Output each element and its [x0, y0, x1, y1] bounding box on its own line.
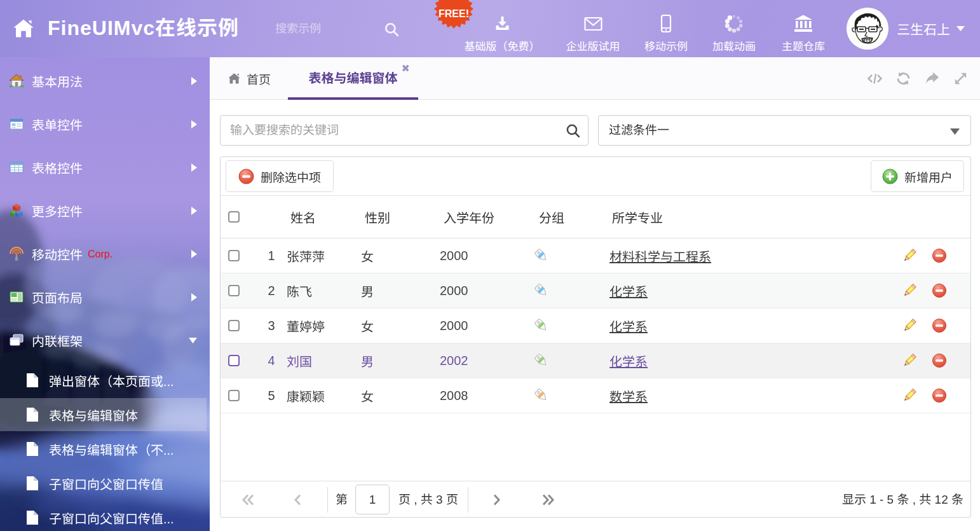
major-link[interactable]: 材料科学与工程系: [609, 250, 711, 264]
nav-item-label: 主题仓库: [782, 38, 825, 53]
edit-pencil-icon[interactable]: [902, 353, 917, 368]
column-header-name[interactable]: 姓名: [280, 208, 355, 226]
home-tab-icon: [228, 72, 241, 85]
sidebar-item-grid-controls[interactable]: 表格控件: [0, 146, 210, 189]
source-code-icon[interactable]: [867, 71, 883, 86]
delete-row-icon[interactable]: [932, 318, 947, 333]
edit-pencil-icon[interactable]: [902, 388, 917, 403]
table-row[interactable]: 1 张萍萍 女 2000 材料科学与工程系: [221, 238, 970, 273]
menu-item-label: 表单控件: [32, 115, 83, 134]
prev-page-icon[interactable]: [290, 492, 306, 507]
table-icon: [9, 160, 24, 175]
nav-basic-edition[interactable]: 基础版（免费）: [465, 13, 540, 53]
nav-loading-animation[interactable]: 加载动画: [712, 13, 756, 53]
sidebar-item-form-controls[interactable]: 表单控件: [0, 102, 210, 146]
app-header: FineUIMvc在线示例 FREE! 基础版（免费） 企业版试用 移动示例 加…: [0, 0, 980, 57]
table-row[interactable]: 5 康颖颖 女 2008 数学系: [221, 378, 970, 413]
edit-pencil-icon[interactable]: [902, 283, 917, 298]
menu-item-label: 移动控件: [32, 245, 83, 263]
header-search-icon[interactable]: [383, 21, 400, 38]
search-icon[interactable]: [565, 123, 581, 139]
tab-home-label: 首页: [247, 70, 271, 87]
chevron-right-icon: [191, 207, 197, 215]
form-icon: [9, 116, 24, 132]
table-row[interactable]: 3 董婷婷 女 2000 化学系: [221, 308, 970, 343]
menu-item-label: 表格控件: [32, 158, 83, 177]
delete-row-icon[interactable]: [932, 353, 947, 368]
tab-home[interactable]: 首页: [228, 57, 271, 100]
page-number-input[interactable]: [355, 485, 390, 514]
delete-row-icon[interactable]: [932, 248, 947, 263]
refresh-icon[interactable]: [895, 71, 911, 86]
major-link[interactable]: 化学系: [609, 355, 648, 369]
table-row[interactable]: 4 刘国 男 2002 化学系: [221, 343, 970, 378]
user-menu[interactable]: 三生石上: [847, 8, 965, 50]
next-page-icon[interactable]: [489, 492, 504, 507]
remove-circle-icon: [238, 169, 254, 184]
submenu-item-grid-edit-window[interactable]: 表格与编辑窗体: [0, 397, 210, 432]
pager-page-prefix: 第: [336, 481, 348, 518]
sidebar-item-basic-usage[interactable]: 基本用法: [0, 59, 210, 102]
submenu-item-grid-edit-window-2[interactable]: 表格与编辑窗体（不...: [0, 432, 210, 466]
column-header-major[interactable]: 所学专业: [602, 208, 894, 226]
table-row[interactable]: 2 陈飞 男 2000 化学系: [221, 273, 970, 308]
delete-row-icon[interactable]: [932, 388, 947, 403]
submenu-item-child-to-parent-2[interactable]: 子窗口向父窗口传值...: [0, 500, 210, 531]
header-search-input[interactable]: [275, 16, 377, 41]
group-cell: [529, 317, 602, 334]
keyword-search-input[interactable]: [220, 115, 589, 146]
cubes-icon: [9, 203, 24, 218]
mobile-icon: [656, 13, 676, 34]
share-icon[interactable]: [924, 71, 940, 86]
sidebar-item-iframe[interactable]: 内联框架: [0, 319, 210, 362]
submenu-item-label: 表格与编辑窗体（不...: [49, 440, 174, 459]
first-page-icon[interactable]: [241, 492, 256, 507]
nav-item-label: 基础版（免费）: [465, 38, 540, 53]
add-user-button[interactable]: 新增用户: [871, 160, 964, 192]
submenu-item-child-to-parent[interactable]: 子窗口向父窗口传值: [0, 466, 210, 500]
add-circle-icon: [882, 169, 898, 184]
row-number: 2: [262, 284, 280, 298]
logo-home-icon[interactable]: [12, 17, 35, 40]
nav-theme-repo[interactable]: 主题仓库: [782, 13, 825, 53]
expand-icon[interactable]: [953, 71, 969, 86]
row-checkbox[interactable]: [228, 250, 240, 261]
filter-row: 过滤条件一: [220, 115, 971, 146]
pager-divider: [327, 487, 328, 513]
row-checkbox[interactable]: [228, 285, 240, 296]
year-cell: 2000: [433, 319, 529, 333]
corp-badge: Corp.: [88, 249, 112, 260]
select-all-checkbox[interactable]: [228, 211, 240, 223]
nav-mobile-demo[interactable]: 移动示例: [644, 13, 688, 53]
column-header-year[interactable]: 入学年份: [433, 208, 529, 226]
sidebar-submenu: 弹出窗体（本页面或... 表格与编辑窗体 表格与编辑窗体（不... 子窗口向父窗…: [0, 363, 210, 531]
submenu-item-label: 弹出窗体（本页面或...: [49, 371, 174, 390]
group-cell: [529, 387, 602, 404]
group-cell: [529, 247, 602, 264]
row-checkbox[interactable]: [228, 390, 240, 401]
tab-close-icon[interactable]: ✖: [402, 62, 410, 75]
table-header: 姓名 性别 入学年份 分组 所学专业: [221, 196, 970, 238]
major-link[interactable]: 化学系: [609, 285, 648, 299]
sidebar-item-page-layout[interactable]: 页面布局: [0, 275, 210, 319]
tabbar-tools: [867, 71, 969, 86]
row-checkbox[interactable]: [228, 320, 240, 331]
last-page-icon[interactable]: [540, 492, 555, 507]
sidebar-item-more-controls[interactable]: 更多控件: [0, 189, 210, 232]
tab-grid-edit-window[interactable]: 表格与编辑窗体 ✖: [288, 57, 418, 100]
student-name: 陈飞: [287, 285, 312, 299]
delete-row-icon[interactable]: [932, 283, 947, 298]
column-header-group[interactable]: 分组: [529, 208, 602, 226]
major-link[interactable]: 化学系: [609, 320, 648, 334]
edit-pencil-icon[interactable]: [902, 248, 917, 263]
sidebar-item-mobile-controls[interactable]: 移动控件 Corp.: [0, 232, 210, 275]
filter-dropdown[interactable]: 过滤条件一: [598, 115, 971, 146]
column-header-gender[interactable]: 性别: [355, 208, 433, 226]
row-checkbox[interactable]: [228, 355, 240, 366]
major-link[interactable]: 数学系: [609, 390, 648, 404]
year-cell: 2000: [433, 284, 529, 298]
submenu-item-popup-window[interactable]: 弹出窗体（本页面或...: [0, 363, 210, 397]
delete-selected-button[interactable]: 删除选中项: [226, 160, 334, 192]
edit-pencil-icon[interactable]: [902, 318, 917, 333]
nav-enterprise-trial[interactable]: 企业版试用: [566, 13, 620, 53]
